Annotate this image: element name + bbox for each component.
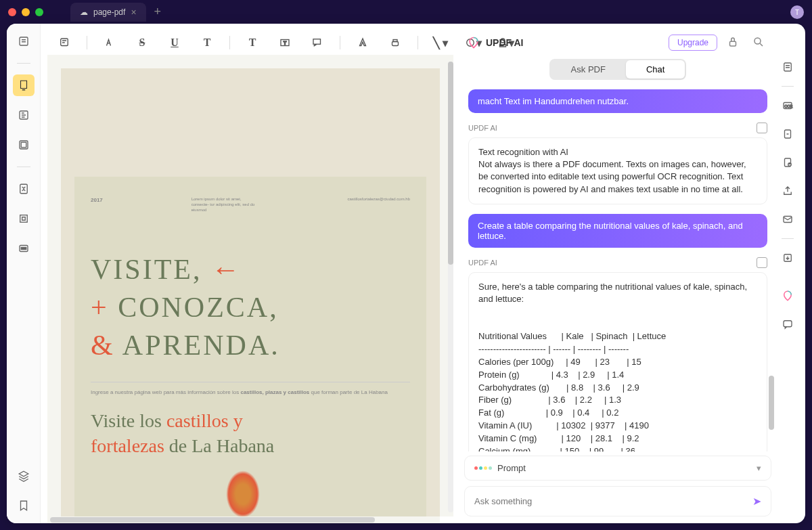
separator <box>229 36 230 49</box>
chat-bubble-icon[interactable] <box>778 315 797 334</box>
tab-title: page-pdf <box>93 7 125 17</box>
strikethrough-icon[interactable]: S <box>132 32 152 53</box>
lock-icon[interactable] <box>723 36 743 50</box>
squiggly-icon[interactable]: T <box>197 32 217 53</box>
underline-icon[interactable]: U <box>164 32 185 53</box>
tab-ask-pdf[interactable]: Ask PDF <box>551 60 626 79</box>
page-display-icon[interactable] <box>778 58 797 76</box>
svg-text:T: T <box>284 40 287 46</box>
sticky-note-icon[interactable] <box>54 32 74 53</box>
ai-title: UPDF AI <box>486 37 663 48</box>
copy-icon[interactable] <box>757 123 767 133</box>
ai-message: Text recognition with AI Not always is t… <box>468 137 767 204</box>
close-window-button[interactable] <box>8 8 16 16</box>
line-tool-icon[interactable]: ╲ ▾ <box>430 32 451 53</box>
save-icon[interactable] <box>778 248 797 267</box>
share-icon[interactable] <box>778 181 797 200</box>
decorative-figure <box>226 470 260 516</box>
cloud-icon: ☁ <box>80 7 88 17</box>
svg-point-19 <box>754 38 761 44</box>
text-icon[interactable]: T <box>242 32 263 53</box>
copy-icon[interactable] <box>757 257 767 268</box>
chat-input-bar: ➤ <box>464 486 771 516</box>
divider <box>17 167 30 167</box>
tab-bar: ☁ page-pdf × + <box>70 3 161 22</box>
send-icon[interactable]: ➤ <box>752 495 761 508</box>
svg-rect-13 <box>313 39 321 45</box>
comment-tool-icon[interactable] <box>13 74 35 96</box>
ai-scrollbar[interactable] <box>769 91 774 483</box>
page-subtext: Ingrese a nuestra página web para más in… <box>91 382 410 395</box>
callout-icon[interactable] <box>307 32 328 53</box>
edit-tool-icon[interactable] <box>13 104 35 126</box>
maximize-window-button[interactable] <box>35 8 43 16</box>
page-title-line3: & APRENDA. <box>91 329 410 361</box>
eraser-icon[interactable] <box>385 32 405 53</box>
prompt-selector[interactable]: Prompt ▾ <box>464 456 771 481</box>
separator <box>87 36 87 49</box>
ai-panel: UPDF AI Upgrade Ask PDF Chat macht Text … <box>464 30 771 516</box>
ai-message: Sure, here's a table comparing the nutri… <box>468 272 767 451</box>
prompt-label: Prompt <box>497 463 526 473</box>
user-message: macht Text im Handumdrehen nutzbar. <box>468 89 767 113</box>
redact-icon[interactable] <box>13 238 35 259</box>
convert-icon[interactable] <box>13 178 35 200</box>
document-tab[interactable]: ☁ page-pdf × <box>70 3 146 22</box>
ai-tabs: Ask PDF Chat <box>464 59 771 80</box>
upgrade-button[interactable]: Upgrade <box>669 35 717 51</box>
rotate-icon[interactable] <box>778 125 797 143</box>
nutrition-table: Nutritional Values | Kale | Spinach | Le… <box>478 317 757 451</box>
svg-rect-14 <box>392 42 399 46</box>
add-tab-button[interactable]: + <box>154 5 162 19</box>
document-view[interactable]: 2017 Lorem ipsum dolor sit amet, consect… <box>47 55 453 516</box>
updf-ai-icon[interactable] <box>778 286 797 305</box>
svg-rect-21 <box>784 63 792 71</box>
chat-input[interactable] <box>474 496 747 506</box>
page-organize-icon[interactable] <box>13 134 35 156</box>
svg-rect-10 <box>61 39 68 46</box>
ampersand-icon: & <box>91 330 115 361</box>
ai-message-intro: Sure, here's a table comparing the nutri… <box>478 281 757 305</box>
title-bar: ☁ page-pdf × + T <box>0 0 812 24</box>
minimize-window-button[interactable] <box>22 8 30 16</box>
email-icon[interactable] <box>778 210 797 229</box>
chat-area[interactable]: macht Text im Handumdrehen nutzbar. UPDF… <box>464 89 771 451</box>
pdf-page: 2017 Lorem ipsum dolor sit amet, consect… <box>61 68 440 516</box>
left-sidebar <box>7 24 41 523</box>
ai-message-label: UPDF AI <box>468 257 767 268</box>
svg-rect-5 <box>21 142 26 148</box>
user-message: Create a table comparing the nutritional… <box>468 214 767 248</box>
protect-icon[interactable] <box>778 153 797 172</box>
page-header-email: castillosfortalezas@ciudad.com.hb <box>348 197 410 213</box>
app-window: S U T T T ╲ ▾ ▾ ▾ 2017 Lorem ipsum dolor… <box>7 24 805 523</box>
divider <box>17 63 30 64</box>
page-year: 2017 <box>91 197 103 213</box>
pencil-icon[interactable] <box>353 32 373 53</box>
crop-icon[interactable] <box>13 208 35 229</box>
reader-mode-icon[interactable] <box>13 30 35 52</box>
bookmark-icon[interactable] <box>13 495 35 516</box>
user-avatar[interactable]: T <box>790 5 804 19</box>
svg-line-20 <box>760 43 763 46</box>
layers-icon[interactable] <box>13 465 35 487</box>
close-tab-icon[interactable]: × <box>131 7 136 18</box>
tab-chat[interactable]: Chat <box>626 60 685 79</box>
svg-rect-18 <box>730 41 736 46</box>
ai-message-label: UPDF AI <box>468 123 767 133</box>
svg-rect-15 <box>393 40 397 42</box>
page-header-text: Lorem ipsum dolor sit amet, consecte- tu… <box>191 197 259 213</box>
ocr-icon[interactable]: OCR <box>778 96 797 115</box>
right-sidebar: OCR <box>775 30 800 334</box>
plus-icon: + <box>91 292 109 323</box>
chevron-down-icon: ▾ <box>757 463 761 473</box>
divider <box>782 238 794 239</box>
page-title-line1: VISITE, ← <box>91 253 410 286</box>
horizontal-scrollbar[interactable] <box>47 516 440 523</box>
document-scrollbar[interactable] <box>448 62 453 512</box>
textbox-icon[interactable]: T <box>275 32 295 53</box>
search-icon[interactable] <box>748 36 769 50</box>
svg-rect-0 <box>20 37 28 45</box>
annotation-toolbar: S U T T T ╲ ▾ ▾ ▾ <box>47 30 522 55</box>
highlight-icon[interactable] <box>99 32 120 53</box>
svg-rect-7 <box>20 215 27 223</box>
